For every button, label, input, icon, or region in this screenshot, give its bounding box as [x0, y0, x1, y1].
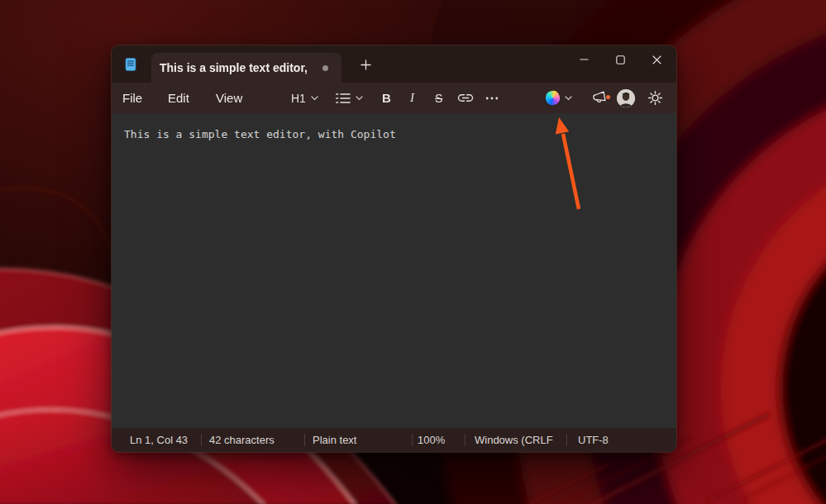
chevron-down-icon: [565, 96, 572, 101]
link-button[interactable]: [457, 83, 474, 113]
status-cursor-position: Ln 1, Col 43: [130, 428, 188, 452]
status-document-type: Plain text: [313, 428, 356, 452]
italic-button[interactable]: I: [410, 83, 414, 113]
strikethrough-icon: S: [435, 92, 442, 105]
notification-dot: [606, 95, 610, 99]
menu-edit-label: Edit: [168, 91, 189, 105]
status-divider: [412, 434, 413, 446]
chevron-down-icon: [311, 96, 318, 101]
italic-icon: I: [410, 91, 414, 105]
account-button[interactable]: [617, 83, 635, 113]
close-button[interactable]: [638, 45, 675, 74]
status-divider: [465, 434, 466, 446]
statusbar: Ln 1, Col 43 42 characters Plain text 10…: [112, 428, 676, 452]
tab-title: This is a simple text editor,: [160, 61, 308, 74]
whats-new-button[interactable]: [591, 83, 608, 113]
document-tab[interactable]: This is a simple text editor,: [151, 53, 341, 83]
toolbar: File Edit View H1: [112, 83, 676, 113]
desktop: This is a simple text editor,: [0, 0, 826, 504]
more-options-icon: [485, 97, 499, 100]
status-divider: [566, 434, 567, 446]
menu-view[interactable]: View: [216, 83, 242, 113]
notepad-icon: [124, 58, 137, 71]
megaphone-icon: [591, 90, 608, 106]
more-options-button[interactable]: [485, 83, 499, 113]
bulleted-list-icon: [336, 93, 351, 104]
notepad-window: This is a simple text editor,: [112, 45, 676, 452]
window-caption-buttons: [566, 45, 675, 74]
heading-style-dropdown[interactable]: H1: [291, 83, 318, 113]
copilot-logo-icon: [545, 90, 561, 107]
bold-button[interactable]: B: [382, 83, 391, 113]
status-divider: [201, 434, 202, 446]
gear-icon: [647, 90, 663, 106]
status-char-count: 42 characters: [209, 428, 275, 452]
minimize-button[interactable]: [566, 45, 602, 74]
status-divider: [304, 434, 305, 446]
status-line-endings: Windows (CRLF: [475, 428, 553, 452]
titlebar[interactable]: This is a simple text editor,: [112, 45, 676, 83]
menu-file[interactable]: File: [122, 83, 142, 113]
menu-view-label: View: [216, 91, 242, 105]
unsaved-indicator-dot: [322, 65, 328, 71]
menu-edit[interactable]: Edit: [168, 83, 189, 113]
plus-icon: [360, 59, 371, 70]
maximize-button[interactable]: [602, 45, 638, 74]
text-editor[interactable]: This is a simple text editor, with Copil…: [112, 113, 676, 428]
close-icon: [652, 55, 661, 64]
avatar: [617, 89, 635, 107]
minimize-icon: [580, 59, 589, 60]
settings-button[interactable]: [647, 83, 663, 113]
strikethrough-button[interactable]: S: [435, 83, 442, 113]
menu-file-label: File: [122, 91, 142, 105]
heading-style-label: H1: [291, 92, 306, 105]
maximize-icon: [616, 55, 625, 64]
list-dropdown[interactable]: [336, 83, 363, 113]
new-tab-button[interactable]: [356, 56, 375, 73]
status-zoom-level: 100%: [418, 428, 445, 452]
link-icon: [457, 93, 474, 102]
status-encoding: UTF-8: [578, 428, 609, 452]
bold-icon: B: [382, 91, 391, 105]
chevron-down-icon: [356, 96, 363, 101]
editor-text: This is a simple text editor, with Copil…: [124, 128, 396, 140]
copilot-button[interactable]: [546, 83, 572, 113]
